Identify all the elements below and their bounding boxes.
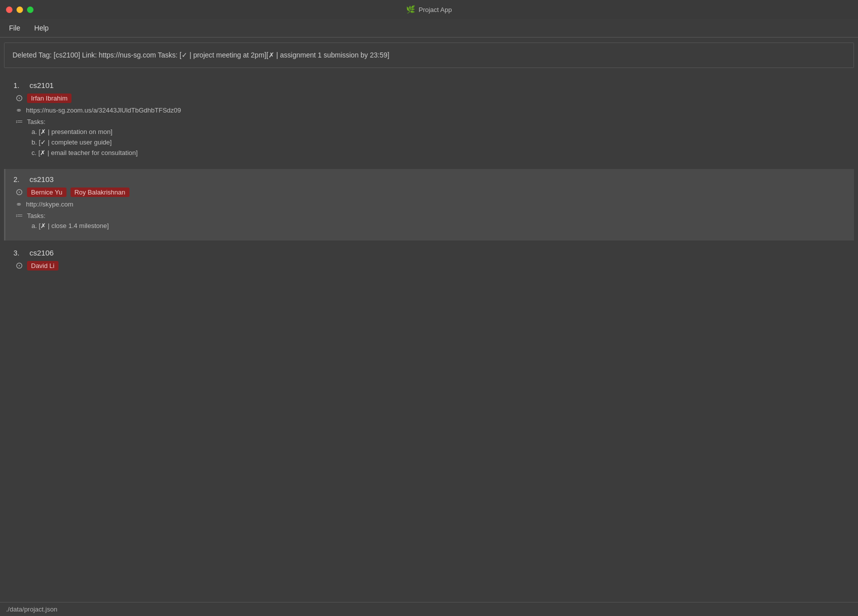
assignee-tag: Irfan Ibrahim [27, 94, 72, 103]
link-row: ⚭ https://nus-sg.zoom.us/a/32443JlUldTbG… [16, 106, 846, 115]
tasks-row: ≔ Tasks: a. [✗ | close 1.4 milestone] [16, 211, 846, 232]
project-number: 2. [14, 176, 26, 184]
assignees-row: ⊙ Irfan Ibrahim [16, 92, 846, 104]
project-item: 1. cs2101 ⊙ Irfan Ibrahim ⚭ https://nus-… [4, 75, 854, 167]
title-bar: 🌿 Projact App [0, 0, 858, 19]
task-letter: a. [32, 222, 37, 230]
tasks-icon: ≔ [16, 211, 23, 220]
project-header: 2. cs2103 [14, 175, 846, 184]
tasks-icon: ≔ [16, 117, 23, 126]
link-icon: ⚭ [16, 200, 22, 209]
project-name: cs2101 [30, 81, 54, 90]
minimize-button[interactable] [16, 6, 23, 13]
project-header: 3. cs2106 [14, 248, 846, 257]
person-icon: ⊙ [16, 92, 23, 104]
close-button[interactable] [6, 6, 12, 13]
app-title: 🌿 Projact App [406, 5, 452, 14]
assignees-row: ⊙ David Li [16, 260, 846, 271]
app-icon: 🌿 [406, 5, 416, 14]
assignee-tag: David Li [27, 261, 58, 270]
task-item: a. [✗ | presentation on mon] [32, 127, 846, 138]
task-text: complete user guide [52, 138, 110, 146]
task-status: ✗ [40, 128, 46, 136]
link-row: ⚭ http://skype.com [16, 200, 846, 209]
person-icon: ⊙ [16, 186, 23, 198]
project-name: cs2106 [30, 248, 54, 257]
assignees-row: ⊙ Bernice Yu Roy Balakrishnan [16, 186, 846, 198]
project-meta: ⊙ Bernice Yu Roy Balakrishnan ⚭ http://s… [14, 186, 846, 232]
link-icon: ⚭ [16, 106, 22, 115]
task-item: b. [✓ | complete user guide] [32, 138, 846, 148]
task-text: close 1.4 milestone [52, 222, 107, 230]
task-item: a. [✗ | close 1.4 milestone] [32, 221, 846, 232]
task-text: email teacher for consultation [51, 149, 136, 156]
menu-bar: File Help [0, 19, 858, 37]
menu-help[interactable]: Help [32, 22, 52, 34]
task-list: a. [✗ | presentation on mon] b. [✓ | com… [32, 127, 846, 158]
menu-file[interactable]: File [6, 22, 24, 34]
task-status: ✗ [40, 149, 46, 156]
task-text: presentation on mon [52, 128, 111, 136]
window-controls[interactable] [6, 6, 34, 13]
tasks-row: ≔ Tasks: a. [✗ | presentation on mon] b.… [16, 117, 846, 158]
task-letter: a. [32, 128, 37, 136]
task-item: c. [✗ | email teacher for consultation] [32, 148, 846, 158]
tasks-label: ≔ Tasks: [16, 117, 846, 126]
project-header: 1. cs2101 [14, 81, 846, 90]
task-letter: b. [32, 138, 37, 146]
project-number: 3. [14, 249, 26, 257]
tasks-heading: Tasks: [27, 212, 46, 220]
person-icon: ⊙ [16, 260, 23, 271]
task-list: a. [✗ | close 1.4 milestone] [32, 221, 846, 232]
maximize-button[interactable] [27, 6, 34, 13]
tasks-heading: Tasks: [27, 118, 46, 126]
link-text: http://skype.com [26, 200, 74, 208]
project-item: 2. cs2103 ⊙ Bernice Yu Roy Balakrishnan … [4, 169, 854, 240]
notification-text: Deleted Tag: [cs2100] Link: https://nus-… [12, 51, 390, 59]
status-text: ./data/projact.json [6, 606, 58, 613]
task-status: ✓ [40, 138, 46, 146]
project-name: cs2103 [30, 175, 54, 184]
main-content: Deleted Tag: [cs2100] Link: https://nus-… [0, 38, 858, 602]
notification-bar: Deleted Tag: [cs2100] Link: https://nus-… [4, 42, 854, 68]
assignee-tag: Bernice Yu [27, 188, 66, 197]
task-status: ✗ [40, 222, 46, 230]
assignee-tag: Roy Balakrishnan [70, 188, 130, 197]
project-meta: ⊙ David Li [14, 260, 846, 271]
link-text: https://nus-sg.zoom.us/a/32443JlUldTbGdh… [26, 106, 181, 114]
tasks-label: ≔ Tasks: [16, 211, 846, 220]
task-letter: c. [32, 149, 36, 156]
status-bar: ./data/projact.json [0, 602, 858, 616]
project-list: 1. cs2101 ⊙ Irfan Ibrahim ⚭ https://nus-… [0, 73, 858, 602]
project-meta: ⊙ Irfan Ibrahim ⚭ https://nus-sg.zoom.us… [14, 92, 846, 158]
project-item: 3. cs2106 ⊙ David Li [4, 242, 854, 280]
project-number: 1. [14, 82, 26, 90]
